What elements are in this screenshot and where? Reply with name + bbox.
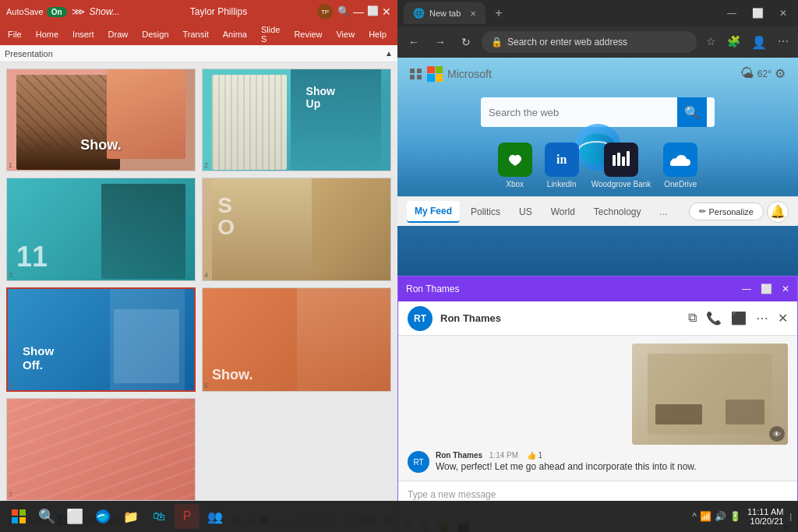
refresh-btn[interactable]: ↻ — [457, 33, 475, 51]
ms-logo-area: Microsoft — [410, 66, 492, 82]
menu-home[interactable]: Home — [33, 28, 62, 41]
expand-icon[interactable]: ⋙ — [72, 6, 85, 17]
search-button[interactable]: 🔍 — [677, 97, 707, 127]
search-taskbar-btn[interactable]: 🔍 — [34, 504, 59, 529]
close-chat-icon[interactable]: ✕ — [778, 311, 788, 326]
menu-help[interactable]: Help — [365, 28, 390, 41]
personalize-btn[interactable]: ✏ Personalize — [689, 203, 764, 220]
minimize-btn[interactable]: — — [353, 5, 364, 18]
menu-slides[interactable]: Slide S — [258, 23, 283, 45]
more-options-icon[interactable]: ⋯ — [775, 32, 792, 53]
reaction-emoji[interactable]: 👍 — [527, 451, 536, 460]
slide3-num: 3 — [9, 271, 12, 279]
tab-technology[interactable]: Technology — [586, 202, 649, 222]
slide-6[interactable]: Show. 6 — [202, 287, 391, 392]
show-desktop-btn[interactable]: | — [789, 513, 792, 521]
teams-close-btn[interactable]: ✕ — [782, 284, 789, 294]
settings-icon[interactable]: ⚙ — [775, 66, 786, 81]
svg-rect-4 — [622, 157, 625, 166]
extensions-icon[interactable]: 🧩 — [724, 32, 743, 53]
restore-btn[interactable]: ⬜ — [367, 5, 379, 18]
forward-btn[interactable]: → — [430, 33, 450, 51]
new-tab-favicon: 🌐 — [413, 8, 425, 19]
newtab-content: Microsoft 🌤 62° ⚙ 🔍 — [397, 58, 798, 276]
microsoft-logo — [427, 66, 443, 82]
call-icon[interactable]: 📞 — [706, 311, 722, 326]
battery-icon[interactable]: 🔋 — [729, 511, 741, 522]
star-icon[interactable]: ☆ — [703, 32, 719, 53]
slide-2[interactable]: ShowUp 2 — [202, 69, 391, 171]
browser-minimize[interactable]: — — [722, 6, 741, 20]
user-avatar: TP — [317, 4, 333, 19]
more-icon[interactable]: ⋯ — [756, 311, 768, 326]
ppt-titlebar: AutoSave On ⋙ Show... Taylor Phillips TP… — [0, 0, 397, 23]
menu-review[interactable]: Review — [291, 28, 325, 41]
search-input[interactable] — [489, 107, 671, 118]
start-btn[interactable] — [6, 504, 31, 529]
explorer-taskbar-btn[interactable]: 📁 — [118, 504, 143, 529]
close-btn[interactable]: ✕ — [382, 5, 391, 18]
tab-us[interactable]: US — [511, 202, 540, 222]
search-icon[interactable]: 🔍 — [337, 5, 350, 18]
task-view-btn[interactable]: ⬜ — [62, 504, 87, 529]
tab-close-btn[interactable]: ✕ — [470, 9, 476, 18]
notifications-btn[interactable]: 🔔 — [767, 201, 789, 223]
tab-myfeed[interactable]: My Feed — [407, 201, 460, 223]
quicklink-xbox[interactable]: Xbox — [498, 143, 532, 188]
browser-restore[interactable]: ⬜ — [747, 6, 768, 20]
store-taskbar-btn[interactable]: 🛍 — [147, 504, 171, 529]
teams-restore-btn[interactable]: ⬜ — [761, 284, 772, 294]
slide-5[interactable]: ShowOff. 5 — [6, 287, 196, 392]
teams-taskbar-btn[interactable]: 👥 — [203, 504, 228, 529]
tab-world[interactable]: World — [543, 202, 583, 222]
wifi-icon[interactable]: 📶 — [700, 511, 711, 522]
new-tab[interactable]: 🌐 New tab ✕ — [404, 2, 486, 24]
quicklink-linkedin[interactable]: in LinkedIn — [545, 143, 579, 188]
quicklink-onedrive[interactable]: OneDrive — [663, 143, 697, 188]
profile-icon[interactable]: 👤 — [748, 32, 770, 53]
presentation-label: Presentation — [5, 49, 53, 58]
teams-chat-header: RT Ron Thames ⧉ 📞 ⬛ ⋯ ✕ — [398, 301, 797, 336]
contact-initials: RT — [414, 313, 426, 324]
address-input[interactable] — [507, 37, 687, 48]
autosave-toggle[interactable]: On — [47, 7, 67, 17]
weather-area: 🌤 62° ⚙ — [740, 65, 786, 82]
slide-7[interactable]: 7 — [6, 398, 196, 501]
new-tab-label: New tab — [429, 9, 461, 18]
sender-avatar: RT — [408, 451, 429, 473]
slide4-num: 4 — [204, 271, 208, 279]
slide-1[interactable]: Show. 1 — [6, 69, 196, 171]
tab-more[interactable]: ... — [652, 202, 676, 222]
tab-politics[interactable]: Politics — [463, 202, 508, 222]
browser-close[interactable]: ✕ — [775, 6, 792, 20]
menu-file[interactable]: File — [5, 28, 25, 41]
back-btn[interactable]: ← — [404, 33, 424, 51]
volume-icon[interactable]: 🔊 — [715, 511, 726, 522]
menu-insert[interactable]: Insert — [69, 28, 97, 41]
video-icon[interactable]: ⬛ — [731, 311, 747, 326]
contact-avatar: RT — [408, 306, 433, 331]
teams-minimize-btn[interactable]: — — [742, 284, 751, 294]
add-tab-btn[interactable]: + — [490, 5, 507, 22]
menu-design[interactable]: Design — [139, 28, 171, 41]
menu-anima[interactable]: Anima — [220, 28, 250, 41]
teams-header-icons: ⧉ 📞 ⬛ ⋯ ✕ — [688, 311, 788, 326]
menu-view[interactable]: View — [333, 28, 358, 41]
slide-4[interactable]: SO 4 — [202, 178, 391, 280]
menu-transit[interactable]: Transit — [180, 28, 212, 41]
linkedin-label: LinkedIn — [547, 180, 577, 188]
quicklink-woodgrove[interactable]: Woodgrove Bank — [591, 143, 651, 188]
powerpoint-taskbar-btn[interactable]: P — [175, 504, 200, 529]
clock-area[interactable]: 11:11 AM 10/20/21 — [747, 507, 783, 526]
edge-taskbar-btn[interactable] — [90, 504, 115, 529]
menu-draw[interactable]: Draw — [105, 28, 132, 41]
copy-icon[interactable]: ⧉ — [688, 311, 697, 326]
scroll-up-btn[interactable]: ▲ — [385, 49, 393, 58]
apps-grid-icon[interactable] — [410, 69, 422, 79]
address-bar[interactable]: 🔒 — [482, 31, 697, 53]
system-tray: ^ 📶 🔊 🔋 — [692, 511, 741, 522]
svg-rect-5 — [627, 151, 630, 166]
chevron-tray-icon[interactable]: ^ — [692, 511, 697, 522]
ppt-win-controls: 🔍 — ⬜ ✕ — [337, 5, 391, 18]
slide-3[interactable]: 11 3 — [6, 178, 196, 280]
